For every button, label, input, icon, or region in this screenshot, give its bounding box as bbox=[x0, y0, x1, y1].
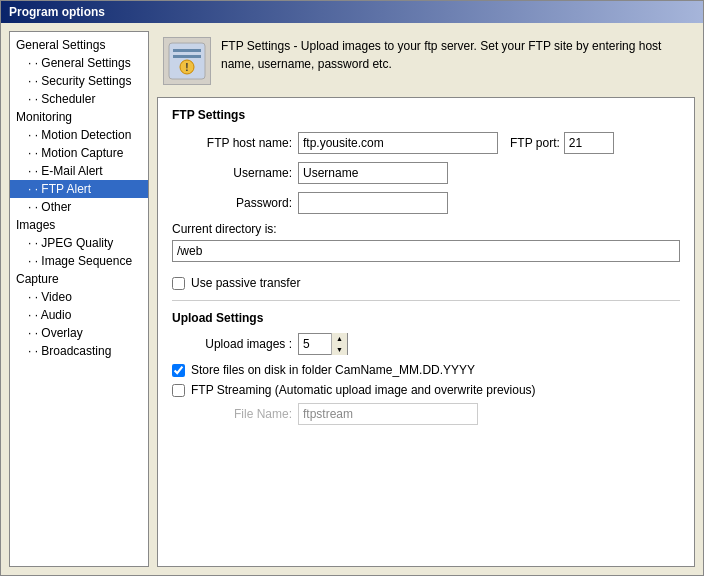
sidebar-item-overlay[interactable]: · · Overlay bbox=[10, 324, 148, 342]
upload-images-label: Upload images : bbox=[172, 337, 292, 351]
username-row: Username: bbox=[172, 162, 680, 184]
store-files-label: Store files on disk in folder CamName_MM… bbox=[191, 363, 475, 377]
window-title: Program options bbox=[9, 5, 105, 19]
password-input[interactable] bbox=[298, 192, 448, 214]
sidebar-item-image-sequence[interactable]: · · Image Sequence bbox=[10, 252, 148, 270]
passive-transfer-row: Use passive transfer bbox=[172, 276, 680, 290]
upload-settings-title: Upload Settings bbox=[172, 311, 680, 325]
upload-images-spinner[interactable]: ▲ ▼ bbox=[298, 333, 348, 355]
sidebar-item-other[interactable]: · · Other bbox=[10, 198, 148, 216]
program-options-window: Program options General Settings · · Gen… bbox=[0, 0, 704, 576]
ftp-streaming-row: FTP Streaming (Automatic upload image an… bbox=[172, 383, 680, 397]
sidebar-item-scheduler[interactable]: · · Scheduler bbox=[10, 90, 148, 108]
ftp-icon: ! bbox=[163, 37, 211, 85]
store-files-checkbox[interactable] bbox=[172, 364, 185, 377]
ftp-host-input[interactable] bbox=[298, 132, 498, 154]
current-dir-input[interactable] bbox=[172, 240, 680, 262]
sidebar: General Settings · · General Settings · … bbox=[9, 31, 149, 567]
upload-images-input[interactable] bbox=[299, 334, 331, 354]
sidebar-item-jpeg-quality[interactable]: · · JPEG Quality bbox=[10, 234, 148, 252]
svg-text:!: ! bbox=[185, 62, 188, 73]
sidebar-item-email-alert[interactable]: · · E-Mail Alert bbox=[10, 162, 148, 180]
svg-rect-2 bbox=[173, 55, 201, 58]
sidebar-item-video[interactable]: · · Video bbox=[10, 288, 148, 306]
ftp-port-input[interactable] bbox=[564, 132, 614, 154]
sidebar-item-security-settings[interactable]: · · Security Settings bbox=[10, 72, 148, 90]
password-label: Password: bbox=[172, 196, 292, 210]
ftp-port-label: FTP port: bbox=[510, 136, 560, 150]
ftp-streaming-checkbox[interactable] bbox=[172, 384, 185, 397]
file-name-row: File Name: bbox=[172, 403, 680, 425]
current-dir-label: Current directory is: bbox=[172, 222, 680, 236]
username-label: Username: bbox=[172, 166, 292, 180]
svg-rect-1 bbox=[173, 49, 201, 52]
ftp-host-row: FTP host name: FTP port: bbox=[172, 132, 680, 154]
form-panel: FTP Settings FTP host name: FTP port: Us… bbox=[157, 97, 695, 567]
spinner-controls: ▲ ▼ bbox=[331, 333, 347, 355]
main-panel: ! FTP Settings - Upload images to your f… bbox=[157, 31, 695, 567]
file-name-input[interactable] bbox=[298, 403, 478, 425]
header-description: FTP Settings - Upload images to your ftp… bbox=[221, 37, 689, 73]
ftp-streaming-label: FTP Streaming (Automatic upload image an… bbox=[191, 383, 536, 397]
sidebar-group-capture: Capture bbox=[10, 270, 148, 288]
sidebar-item-ftp-alert[interactable]: · · FTP Alert bbox=[10, 180, 148, 198]
store-files-row: Store files on disk in folder CamName_MM… bbox=[172, 363, 680, 377]
title-bar: Program options bbox=[1, 1, 703, 23]
username-input[interactable] bbox=[298, 162, 448, 184]
sidebar-item-audio[interactable]: · · Audio bbox=[10, 306, 148, 324]
form-title: FTP Settings bbox=[172, 108, 680, 122]
header-section: ! FTP Settings - Upload images to your f… bbox=[157, 31, 695, 91]
sidebar-item-broadcasting[interactable]: · · Broadcasting bbox=[10, 342, 148, 360]
sidebar-group-general: General Settings bbox=[10, 36, 148, 54]
ftp-host-label: FTP host name: bbox=[172, 136, 292, 150]
spinner-down-button[interactable]: ▼ bbox=[332, 344, 347, 355]
sidebar-item-general-settings[interactable]: · · General Settings bbox=[10, 54, 148, 72]
spinner-up-button[interactable]: ▲ bbox=[332, 333, 347, 344]
sidebar-group-monitoring: Monitoring bbox=[10, 108, 148, 126]
sidebar-item-motion-detection[interactable]: · · Motion Detection bbox=[10, 126, 148, 144]
content-area: General Settings · · General Settings · … bbox=[1, 23, 703, 575]
password-row: Password: bbox=[172, 192, 680, 214]
upload-images-row: Upload images : ▲ ▼ bbox=[172, 333, 680, 355]
sidebar-item-motion-capture[interactable]: · · Motion Capture bbox=[10, 144, 148, 162]
passive-transfer-label: Use passive transfer bbox=[191, 276, 300, 290]
passive-transfer-checkbox[interactable] bbox=[172, 277, 185, 290]
divider bbox=[172, 300, 680, 301]
sidebar-group-images: Images bbox=[10, 216, 148, 234]
file-name-label: File Name: bbox=[172, 407, 292, 421]
